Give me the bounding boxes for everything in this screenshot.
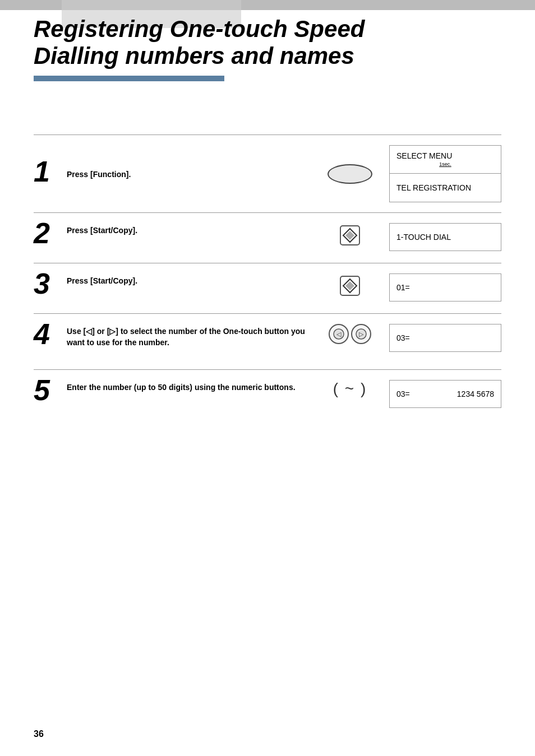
step-4-display-value: 03= — [396, 332, 494, 344]
step-3-number: 3 — [34, 269, 64, 298]
arrow-buttons: ◁ ▷ — [329, 324, 371, 344]
step-3-visual — [311, 273, 389, 298]
step-4-instruction: Use [◁] or [▷] to select the number of t… — [64, 324, 311, 348]
step-5-instruction: Enter the number (up to 50 digits) using… — [64, 380, 311, 393]
title-line2: Dialling numbers and names — [34, 43, 354, 69]
one-touch-dial-label: 1-TOUCH DIAL — [396, 231, 494, 243]
step-1-instruction: Press [Function]. — [64, 167, 311, 180]
title-line1: Registering One-touch Speed — [34, 16, 365, 42]
step-4-display: 03= — [389, 324, 501, 352]
step-3-row: 3 Press [Start/Copy]. 01= — [34, 263, 501, 313]
main-title: Registering One-touch Speed Dialling num… — [34, 16, 501, 70]
step-5-display: 03= 1234 5678 — [389, 380, 501, 408]
step-1-display: SELECT MENU 1sec. TEL REGISTRATION — [389, 145, 501, 202]
step-5-display-number: 1234 5678 — [457, 389, 494, 398]
svg-text:◁: ◁ — [336, 331, 342, 337]
tsec-label: 1sec. — [396, 161, 494, 167]
select-menu-label: SELECT MENU — [396, 151, 494, 160]
step-3-display: 01= — [389, 273, 501, 302]
step-1-number: 1 — [34, 157, 64, 186]
title-area: Registering One-touch Speed Dialling num… — [34, 10, 501, 81]
step-3-instruction: Press [Start/Copy]. — [64, 273, 311, 287]
page: Registering One-touch Speed Dialling num… — [0, 0, 535, 756]
step-3-display-value: 01= — [396, 282, 494, 294]
start-copy-button-2[interactable] — [338, 223, 362, 248]
svg-text:▷: ▷ — [359, 331, 364, 337]
step-1-row: 1 Press [Function]. SELECT MENU 1sec. TE… — [34, 134, 501, 212]
steps-area: 1 Press [Function]. SELECT MENU 1sec. TE… — [34, 134, 501, 425]
step-1-display-upper: SELECT MENU 1sec. — [390, 146, 501, 174]
page-number: 36 — [34, 729, 44, 739]
step-5-visual: ( ~ ) — [311, 380, 389, 398]
tel-registration-label: TEL REGISTRATION — [396, 183, 471, 192]
step-1-visual — [311, 164, 389, 184]
right-arrow-button[interactable]: ▷ — [351, 324, 371, 344]
step-4-number: 4 — [34, 319, 64, 349]
paren-tilde-icon: ( ~ ) — [333, 380, 367, 398]
step-2-visual — [311, 223, 389, 248]
step-2-display: 1-TOUCH DIAL — [389, 223, 501, 251]
step-2-instruction: Press [Start/Copy]. — [64, 223, 311, 236]
step-1-display-lower: TEL REGISTRATION — [390, 174, 501, 202]
title-underline — [34, 76, 224, 81]
step-4-row: 4 Use [◁] or [▷] to select the number of… — [34, 313, 501, 369]
step-5-display-row: 03= 1234 5678 — [396, 389, 494, 398]
step-2-number: 2 — [34, 219, 64, 248]
step-5-display-label: 03= — [396, 389, 410, 398]
step-5-number: 5 — [34, 375, 64, 405]
step-2-row: 2 Press [Start/Copy]. 1-TOUCH DIAL — [34, 212, 501, 263]
left-arrow-button[interactable]: ◁ — [329, 324, 349, 344]
step-4-visual: ◁ ▷ — [311, 324, 389, 344]
step-5-row: 5 Enter the number (up to 50 digits) usi… — [34, 369, 501, 425]
start-copy-button-3[interactable] — [338, 273, 362, 298]
